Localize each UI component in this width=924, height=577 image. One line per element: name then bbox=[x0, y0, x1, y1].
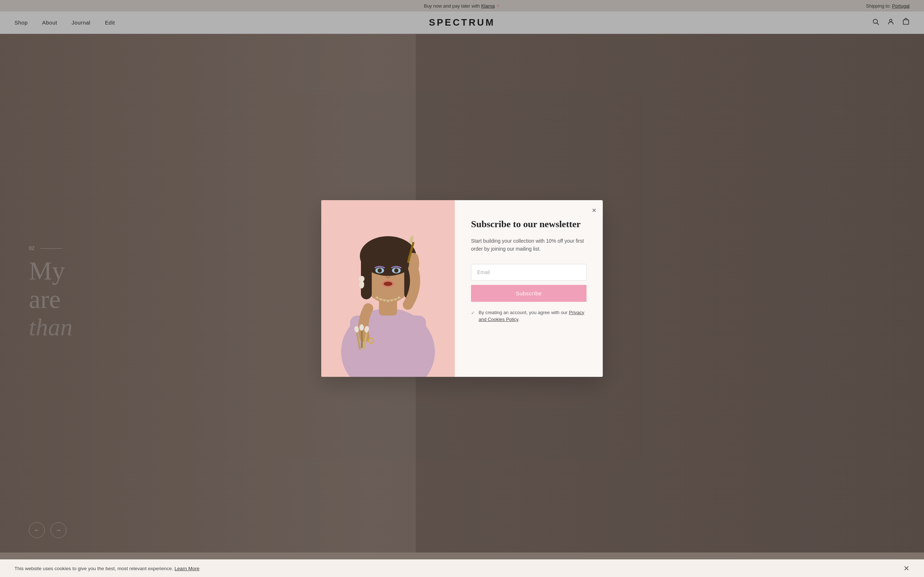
svg-point-34 bbox=[391, 299, 393, 301]
svg-point-15 bbox=[394, 268, 399, 272]
svg-point-35 bbox=[394, 298, 396, 300]
terms-row: ✓ By creating an account, you agree with… bbox=[471, 309, 586, 323]
cookie-close-button[interactable]: ✕ bbox=[903, 565, 909, 572]
svg-point-36 bbox=[398, 297, 400, 298]
terms-period: . bbox=[518, 317, 520, 322]
terms-text: By creating an account, you agree with o… bbox=[478, 309, 586, 323]
terms-prefix: By creating an account, you agree with o… bbox=[478, 310, 569, 315]
svg-point-31 bbox=[380, 298, 382, 300]
svg-point-17 bbox=[384, 282, 393, 286]
svg-point-14 bbox=[378, 268, 382, 272]
modal-overlay[interactable]: × Subscribe to our newsletter Start buil… bbox=[0, 0, 924, 577]
cookie-bar: This website uses cookies to give you th… bbox=[0, 559, 924, 577]
cookie-message: This website uses cookies to give you th… bbox=[15, 566, 174, 571]
svg-point-30 bbox=[376, 297, 378, 298]
svg-point-28 bbox=[360, 324, 364, 331]
modal-content: × Subscribe to our newsletter Start buil… bbox=[455, 200, 603, 377]
svg-rect-25 bbox=[361, 328, 363, 348]
svg-point-19 bbox=[359, 280, 364, 288]
check-icon: ✓ bbox=[471, 309, 475, 317]
subscribe-button[interactable]: Subscribe bbox=[471, 285, 586, 302]
email-input[interactable] bbox=[471, 264, 586, 280]
cookie-learn-more-link[interactable]: Learn More bbox=[174, 566, 199, 571]
modal-title: Subscribe to our newsletter bbox=[471, 218, 586, 230]
newsletter-modal: × Subscribe to our newsletter Start buil… bbox=[321, 200, 603, 377]
svg-point-32 bbox=[383, 299, 386, 301]
cookie-text: This website uses cookies to give you th… bbox=[15, 566, 200, 571]
svg-point-33 bbox=[387, 300, 389, 302]
modal-image-placeholder bbox=[321, 200, 455, 377]
modal-close-button[interactable]: × bbox=[592, 206, 596, 214]
modal-image bbox=[321, 200, 455, 377]
modal-description: Start building your collection with 10% … bbox=[471, 237, 586, 253]
